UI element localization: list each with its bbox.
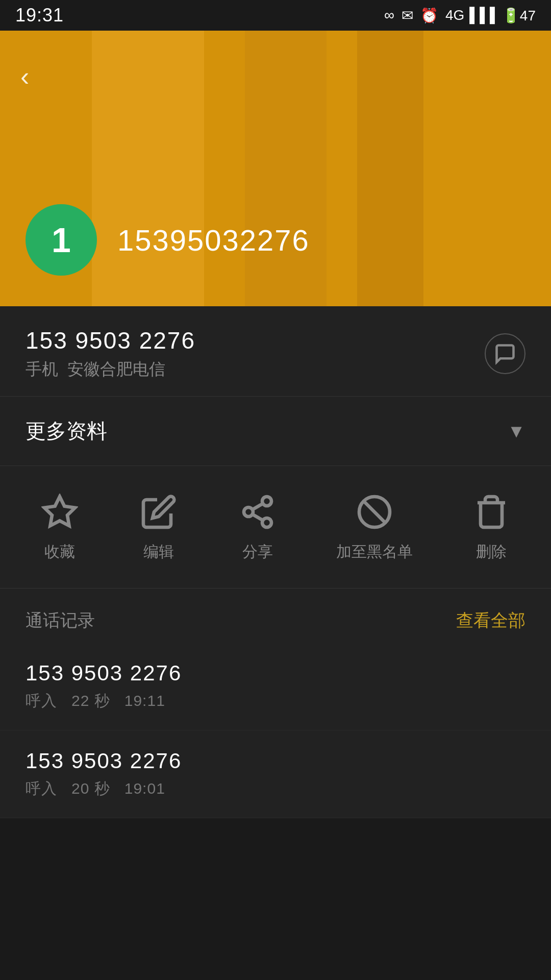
call-record-number-2: 153 9503 2276 bbox=[26, 749, 525, 773]
message-notification-icon: ✉ bbox=[402, 7, 413, 24]
delete-button[interactable]: 删除 bbox=[471, 492, 512, 562]
share-label: 分享 bbox=[242, 542, 273, 562]
svg-line-7 bbox=[364, 501, 385, 523]
trash-icon bbox=[471, 492, 512, 532]
call-records-title: 通话记录 bbox=[26, 609, 95, 632]
call-record-detail-2: 呼入 20 秒 19:01 bbox=[26, 778, 525, 799]
edit-label: 编辑 bbox=[143, 542, 174, 562]
message-button[interactable] bbox=[485, 333, 525, 374]
svg-point-1 bbox=[262, 497, 271, 506]
more-info-row[interactable]: 更多资料 ▼ bbox=[0, 397, 551, 466]
svg-point-2 bbox=[244, 507, 253, 517]
avatar: 1 bbox=[26, 204, 97, 276]
favorite-label: 收藏 bbox=[44, 542, 75, 562]
phone-row: 153 9503 2276 手机 安徽合肥电信 bbox=[0, 306, 551, 397]
status-bar: 19:31 ∞ ✉ ⏰ 4G▐▐▐ 🔋47 bbox=[0, 0, 551, 31]
actions-row: 收藏 编辑 分享 加至黑名单 删除 bbox=[0, 466, 551, 589]
star-icon bbox=[39, 492, 80, 532]
call-record-1[interactable]: 153 9503 2276 呼入 22 秒 19:11 bbox=[0, 643, 551, 730]
blacklist-label: 加至黑名单 bbox=[336, 542, 413, 562]
delete-label: 删除 bbox=[476, 542, 507, 562]
block-icon bbox=[354, 492, 395, 532]
call-record-detail-1: 呼入 22 秒 19:11 bbox=[26, 691, 525, 712]
call-record-number-1: 153 9503 2276 bbox=[26, 661, 525, 685]
infinity-icon: ∞ bbox=[384, 7, 394, 23]
call-records-header: 通话记录 查看全部 bbox=[0, 589, 551, 643]
edit-icon bbox=[138, 492, 179, 532]
signal-icon: 4G▐▐▐ bbox=[445, 7, 495, 23]
header-area: ‹ 1 15395032276 bbox=[0, 31, 551, 306]
message-icon bbox=[494, 342, 516, 365]
call-record-2[interactable]: 153 9503 2276 呼入 20 秒 19:01 bbox=[0, 730, 551, 818]
chevron-down-icon: ▼ bbox=[507, 421, 525, 442]
phone-details: 153 9503 2276 手机 安徽合肥电信 bbox=[26, 327, 195, 381]
more-info-label: 更多资料 bbox=[26, 417, 107, 445]
svg-line-4 bbox=[253, 514, 263, 521]
view-all-button[interactable]: 查看全部 bbox=[456, 609, 525, 632]
stripe-decoration-3 bbox=[357, 31, 423, 306]
content-area: 153 9503 2276 手机 安徽合肥电信 更多资料 ▼ 收藏 bbox=[0, 306, 551, 818]
phone-carrier: 手机 安徽合肥电信 bbox=[26, 358, 195, 381]
svg-line-5 bbox=[253, 504, 263, 510]
contact-number-header: 15395032276 bbox=[117, 223, 310, 257]
edit-button[interactable]: 编辑 bbox=[138, 492, 179, 562]
status-time: 19:31 bbox=[15, 5, 64, 26]
share-icon bbox=[237, 492, 278, 532]
back-button[interactable]: ‹ bbox=[20, 61, 29, 92]
blacklist-button[interactable]: 加至黑名单 bbox=[336, 492, 413, 562]
battery-icon: 🔋47 bbox=[502, 7, 536, 24]
alarm-icon: ⏰ bbox=[420, 7, 438, 24]
phone-number[interactable]: 153 9503 2276 bbox=[26, 327, 195, 354]
svg-marker-0 bbox=[44, 497, 75, 526]
status-icons: ∞ ✉ ⏰ 4G▐▐▐ 🔋47 bbox=[384, 7, 536, 24]
svg-point-3 bbox=[262, 518, 271, 527]
favorite-button[interactable]: 收藏 bbox=[39, 492, 80, 562]
share-button[interactable]: 分享 bbox=[237, 492, 278, 562]
contact-info-header: 1 15395032276 bbox=[0, 204, 310, 276]
